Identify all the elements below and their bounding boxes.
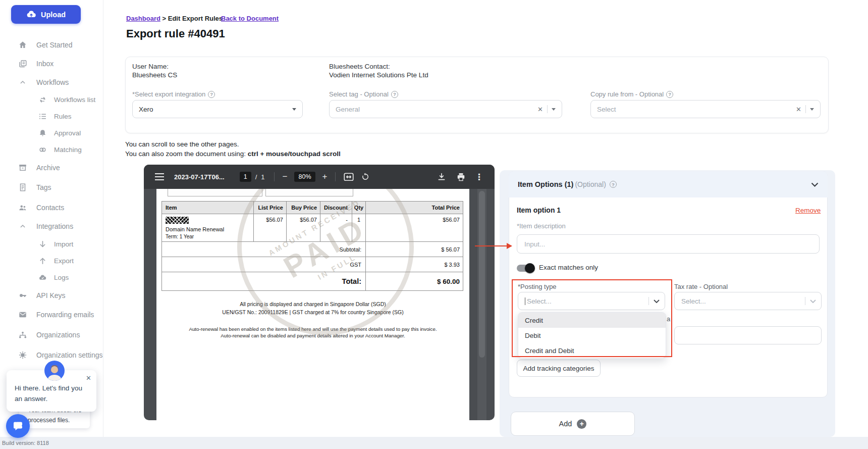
chevron-down-icon[interactable] (654, 300, 660, 303)
close-icon[interactable]: ✕ (86, 374, 91, 382)
sidebar-item-get-started[interactable]: Get Started (0, 38, 103, 52)
col-buy-price: Buy Price (287, 202, 320, 214)
sidebar-item-import[interactable]: Import (0, 237, 103, 251)
gst-value: $ 3.93 (366, 257, 463, 272)
pdf-scrollbar-thumb[interactable] (479, 191, 485, 358)
menu-icon[interactable] (155, 173, 164, 180)
page-title: Export rule #40491 (126, 27, 225, 40)
download-icon[interactable] (437, 172, 446, 181)
text-cursor (525, 297, 525, 305)
col-discount: Discount (320, 202, 352, 214)
invoice-header-row: Item List Price Buy Price Discount Qty T… (162, 202, 463, 214)
subtotal-value: $ 56.07 (366, 242, 463, 257)
clear-icon[interactable]: ✕ (796, 106, 801, 113)
help-icon[interactable]: ? (391, 91, 398, 98)
sidebar-item-export[interactable]: Export (0, 254, 103, 267)
item-description-input[interactable] (517, 234, 820, 254)
help-icon[interactable]: ? (666, 91, 673, 98)
contact-value: Vodien Internet Solutions Pte Ltd (329, 71, 428, 79)
account-input[interactable] (674, 326, 822, 344)
sidebar-item-tags[interactable]: Tags (0, 181, 103, 194)
exact-matches-label: Exact matches only (539, 264, 598, 271)
collapse-chevron-icon[interactable] (811, 182, 819, 187)
copy-rule-select[interactable]: Select ✕ (590, 100, 821, 118)
item-discount: - (320, 214, 352, 241)
add-item-option-button[interactable]: Add + (511, 412, 635, 436)
tag-select[interactable]: General ✕ (329, 100, 562, 118)
exact-matches-toggle[interactable] (517, 264, 534, 272)
pdf-filename: 2023-07-17T06... (174, 173, 225, 181)
posting-type-label: *Posting type (518, 283, 557, 290)
add-button-label: Add (559, 420, 572, 428)
sidebar-item-workflows-list[interactable]: Workflows list (0, 93, 103, 106)
sidebar-item-integrations[interactable]: Integrations (0, 220, 103, 233)
zoom-level[interactable]: 80% (294, 172, 315, 182)
item-options-optional: (Optional) (575, 180, 606, 188)
redacted-text (166, 217, 189, 224)
remove-link[interactable]: Remove (795, 207, 821, 214)
sidebar-item-organization-settings[interactable]: Organization settings (0, 348, 103, 362)
sidebar-item-rules[interactable]: Rules (0, 110, 103, 123)
sidebar-item-contacts[interactable]: Contacts (0, 201, 103, 214)
posting-type-select[interactable]: Select... (518, 292, 665, 310)
red-pointer-arrow (475, 245, 507, 246)
invoice-gst-row: GST $ 3.93 (162, 257, 463, 272)
chat-launcher-button[interactable] (6, 414, 30, 438)
item-options-header[interactable]: Item Options (1) (Optional) ? (509, 171, 828, 197)
pdf-page: Item List Price Buy Price Discount Qty T… (156, 189, 469, 420)
add-tracking-categories-button[interactable]: Add tracking categories (517, 360, 601, 377)
key-icon (18, 291, 27, 300)
document-partial-box (265, 189, 353, 196)
rotate-icon[interactable] (361, 172, 370, 181)
sidebar-item-api-keys[interactable]: API Keys (0, 289, 103, 302)
plus-circle-icon: + (577, 419, 586, 429)
more-options-icon[interactable]: ⋮ (475, 172, 483, 182)
link-icon (38, 145, 47, 154)
total-label: Total: (162, 272, 366, 290)
zoom-out-button[interactable]: − (283, 172, 288, 182)
zoom-in-button[interactable]: + (322, 172, 328, 182)
col-total-price: Total Price (366, 202, 463, 214)
item-name: Domain Name Renewal (166, 226, 253, 232)
tax-rate-select[interactable]: Select... (674, 292, 822, 310)
dropdown-option-debit[interactable]: Debit (518, 328, 666, 343)
pdf-viewer: 2023-07-17T06... 1 / 1 − 80% + ⋮ (144, 165, 495, 420)
sidebar-item-workflows[interactable]: Workflows (0, 76, 103, 89)
fit-width-icon[interactable] (344, 173, 354, 181)
user-name-value: Bluesheets CS (132, 71, 177, 79)
inbox-icon (18, 59, 27, 68)
sidebar-item-organizations[interactable]: Organizations (0, 328, 103, 341)
invoice-notes: All pricing is displayed and charged in … (156, 301, 469, 338)
clear-icon[interactable]: ✕ (537, 106, 543, 113)
page-number-input[interactable]: 1 (240, 172, 251, 182)
breadcrumb-dashboard-link[interactable]: Dashboard (126, 15, 160, 22)
upload-button[interactable]: Upload (11, 5, 81, 24)
print-icon[interactable] (456, 172, 466, 181)
help-icon[interactable]: ? (208, 91, 215, 98)
integration-select[interactable]: Xero (132, 100, 303, 118)
subtotal-label: Subtotal: (162, 242, 366, 257)
item-description-label: *Item description (517, 222, 566, 230)
item-total-price: $56.07 (366, 214, 463, 241)
red-pointer-arrowhead (507, 243, 512, 249)
zoom-hint: You can also zoom the document using: ct… (125, 150, 341, 158)
page-separator: / (255, 173, 257, 181)
sidebar-item-forwarding-emails[interactable]: Forwarding emails (0, 308, 103, 321)
integration-field-label: *Select export integration? (132, 90, 215, 98)
sidebar-item-logs[interactable]: Logs (0, 271, 103, 284)
dropdown-option-credit-and-debit[interactable]: Credit and Debit (518, 343, 666, 358)
archive-icon (18, 163, 27, 172)
people-icon (18, 203, 27, 212)
sidebar-item-inbox[interactable]: Inbox (0, 57, 103, 70)
caret-down-icon[interactable] (552, 108, 556, 111)
chevron-down-icon[interactable] (810, 300, 816, 303)
back-to-document-link[interactable]: Back to Document (221, 15, 279, 22)
dropdown-option-credit[interactable]: Credit (518, 313, 666, 328)
sidebar-item-matching[interactable]: Matching (0, 143, 103, 156)
caret-down-icon[interactable] (810, 108, 814, 111)
pdf-scrollbar[interactable] (477, 189, 486, 420)
agent-avatar[interactable] (44, 361, 65, 381)
sidebar-item-approval[interactable]: Approval (0, 126, 103, 139)
help-icon[interactable]: ? (610, 181, 617, 188)
sidebar-item-archive[interactable]: Archive (0, 161, 103, 174)
